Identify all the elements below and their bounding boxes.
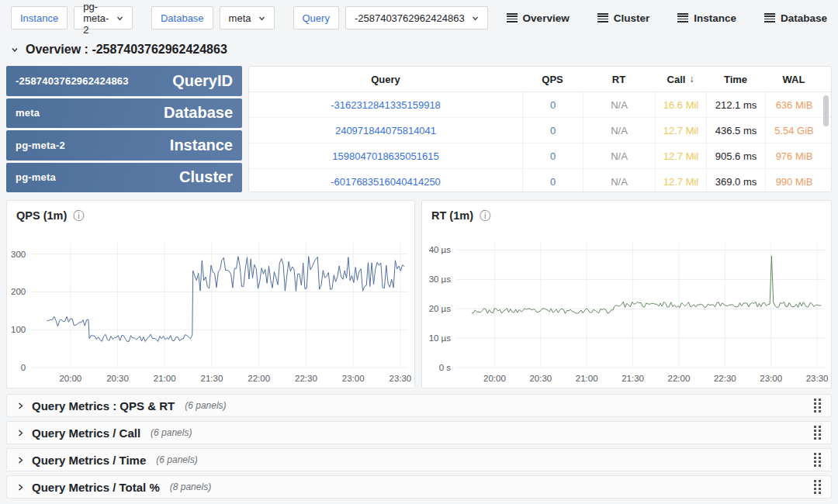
var-value-text: meta — [229, 12, 251, 24]
stat-label: Database — [164, 104, 233, 122]
column-header-label: Time — [724, 74, 747, 85]
stat-label: Instance — [170, 136, 233, 154]
cell-rt: N/A — [583, 169, 655, 192]
section-row-query-metrics-total[interactable]: Query Metrics / Total %(8 panels) — [6, 475, 832, 499]
column-header-rt[interactable]: RT — [583, 67, 655, 91]
section-row-query-metrics-time[interactable]: Query Metrics / Time(6 panels) — [6, 448, 832, 471]
cell-value-call: 12.7 Mil — [663, 176, 699, 188]
queryid-stat-panel: -2587403762962424863QueryIDmetaDatabasep… — [6, 66, 242, 192]
cell-qps: 0 — [522, 169, 583, 192]
section-row-query-metrics-qps-rt[interactable]: Query Metrics : QPS & RT(6 panels) — [6, 394, 832, 417]
column-header-label: Call — [667, 74, 686, 85]
column-header-qps[interactable]: QPS — [522, 67, 583, 91]
drag-handle-icon[interactable] — [814, 453, 822, 468]
cell-value-qps: 0 — [550, 150, 556, 162]
var-group-database: Databasemeta — [151, 6, 275, 29]
var-value-text: -2587403762962424863 — [355, 12, 465, 24]
svg-text:23:30: 23:30 — [389, 374, 411, 383]
collapsed-row-title: Query Metrics / Total % — [32, 481, 160, 494]
column-header-time[interactable]: Time — [706, 67, 765, 91]
var-select-database[interactable]: meta — [220, 6, 275, 29]
collapsed-row-title: Query Metrics : QPS & RT — [32, 399, 175, 413]
cell-call: 16.6 Mil — [655, 92, 706, 117]
table-scrollbar[interactable] — [823, 95, 829, 126]
stat-value: -2587403762962424863 — [16, 75, 129, 87]
nav-link-overview[interactable]: Overview — [507, 12, 570, 24]
cell-value-time: 436.5 ms — [715, 125, 757, 136]
qps-chart: 010020030020:0020:3021:0021:3022:0022:30… — [7, 227, 414, 388]
collapsed-row-panel-count: (6 panels) — [156, 454, 197, 465]
chevron-down-icon — [116, 15, 123, 22]
cell-rt: N/A — [583, 118, 655, 143]
nav-link-database[interactable]: Database — [764, 12, 827, 24]
column-header-label: Query — [371, 74, 400, 85]
dashboard-toolbar: Instancepg-meta-2DatabasemetaQuery-25874… — [0, 0, 838, 36]
cell-value-qps: 0 — [550, 125, 556, 136]
cell-value-time: 369.0 ms — [715, 176, 757, 188]
stat-card-instance: pg-meta-2Instance — [6, 130, 242, 161]
nav-link-label: Database — [781, 12, 827, 24]
cell-value-call: 12.7 Mil — [663, 150, 699, 162]
svg-text:20:30: 20:30 — [529, 374, 552, 383]
drag-handle-icon[interactable] — [814, 426, 822, 440]
cell-value-call: 12.7 Mil — [663, 125, 699, 136]
list-icon — [507, 13, 518, 22]
svg-text:0: 0 — [21, 363, 26, 372]
cell-qps: 0 — [522, 143, 583, 168]
nav-link-label: Cluster — [614, 12, 650, 24]
column-header-label: QPS — [542, 74, 563, 85]
svg-text:22:30: 22:30 — [714, 374, 736, 383]
column-header-call[interactable]: Call↓ — [655, 67, 706, 91]
cell-value-time: 212.1 ms — [715, 99, 757, 111]
nav-link-instance[interactable]: Instance — [677, 12, 736, 24]
nav-link-label: Instance — [694, 12, 736, 24]
cell-value-rt: N/A — [611, 125, 628, 136]
sort-desc-icon: ↓ — [689, 74, 694, 85]
cell-value-wal: 976 MiB — [776, 150, 813, 162]
drag-handle-icon[interactable] — [814, 399, 822, 413]
cell-value-wal: 990 MiB — [776, 176, 813, 188]
nav-link-label: Overview — [523, 12, 570, 24]
rt-chart: 0 s10 µs20 µs30 µs40 µs20:0020:3021:0021… — [422, 227, 831, 388]
svg-text:30 µs: 30 µs — [429, 274, 452, 284]
cell-qps: 0 — [522, 118, 583, 143]
chevron-right-icon — [16, 483, 25, 492]
cell-query[interactable]: 1598047018635051615 — [249, 143, 522, 168]
chevron-right-icon — [16, 402, 25, 410]
var-select-query[interactable]: -2587403762962424863 — [345, 6, 488, 29]
svg-text:23:30: 23:30 — [806, 374, 829, 383]
table-row: -31623128413351599180N/A16.6 Mil212.1 ms… — [249, 92, 831, 118]
nav-link-cluster[interactable]: Cluster — [597, 12, 650, 24]
section-row-query-metrics-call[interactable]: Query Metrics / Call(6 panels) — [6, 421, 832, 444]
cell-value-wal: 5.54 GiB — [774, 125, 814, 136]
svg-text:22:00: 22:00 — [248, 374, 270, 383]
column-header-query[interactable]: Query — [249, 67, 522, 91]
var-select-instance[interactable]: pg-meta-2 — [74, 6, 133, 29]
svg-text:21:30: 21:30 — [622, 374, 644, 383]
cell-query[interactable]: -6017683516040414250 — [249, 169, 522, 192]
section-row-overview[interactable]: Overview : -2587403762962424863 — [0, 37, 227, 62]
stat-card-queryid: -2587403762962424863QueryID — [6, 66, 242, 96]
collapsed-row-panel-count: (6 panels) — [151, 427, 192, 438]
column-header-wal[interactable]: WAL — [765, 67, 822, 91]
svg-text:10 µs: 10 µs — [429, 333, 452, 343]
qps-panel-title: QPS (1m) — [16, 209, 67, 222]
cell-query[interactable]: -3162312841335159918 — [249, 92, 522, 117]
drag-handle-icon[interactable] — [814, 480, 822, 495]
info-icon[interactable]: ⓘ — [480, 210, 490, 221]
svg-text:20 µs: 20 µs — [429, 304, 452, 313]
svg-text:300: 300 — [11, 250, 26, 259]
qps-chart-panel: QPS (1m) ⓘ 010020030020:0020:3021:0021:3… — [6, 200, 415, 388]
stat-label: Cluster — [179, 168, 233, 186]
chevron-right-icon — [16, 456, 25, 464]
cell-value-wal: 636 MiB — [776, 99, 813, 111]
var-value-text: pg-meta-2 — [83, 1, 109, 36]
cell-call: 12.7 Mil — [655, 143, 706, 168]
cell-query[interactable]: 240971844075814041 — [249, 118, 522, 143]
var-label-instance: Instance — [11, 6, 68, 29]
var-group-instance: Instancepg-meta-2 — [11, 6, 133, 29]
stat-value: pg-meta-2 — [16, 140, 65, 151]
info-icon[interactable]: ⓘ — [73, 210, 84, 221]
chevron-down-icon — [10, 45, 19, 54]
cell-value-call: 16.6 Mil — [663, 99, 699, 111]
